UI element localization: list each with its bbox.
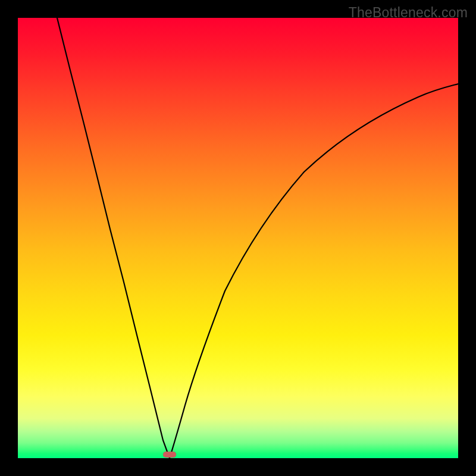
plot-area: [18, 18, 458, 458]
curve-right-branch: [170, 84, 458, 458]
bottleneck-marker: [163, 452, 176, 458]
chart-frame: TheBottleneck.com: [0, 0, 476, 476]
watermark-text: TheBottleneck.com: [349, 5, 468, 21]
chart-curve: [18, 18, 458, 458]
curve-left-branch: [57, 18, 170, 458]
